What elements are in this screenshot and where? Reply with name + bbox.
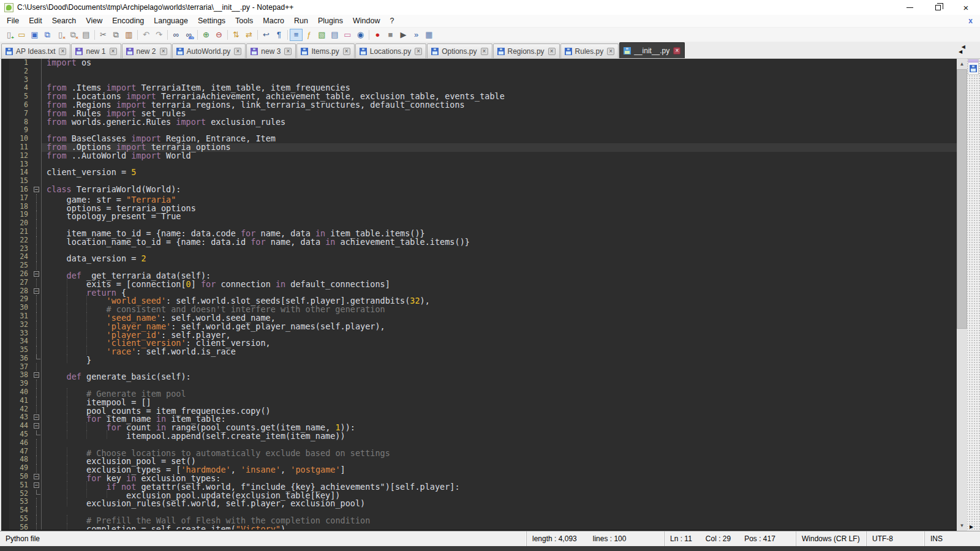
code-line-30[interactable]: 30# consistent and doesn't interfere wit… bbox=[1, 304, 957, 312]
code-line-49[interactable]: 49exclusion_types = ['hardmode', 'insane… bbox=[1, 464, 957, 473]
code-line-55[interactable]: 55# Prefill the Wall of Flesh with the c… bbox=[1, 515, 957, 523]
open-file-button[interactable]: ▭ bbox=[15, 29, 28, 41]
menu-help[interactable]: ? bbox=[385, 15, 399, 26]
show-indent-guide-button[interactable]: ≡ bbox=[290, 29, 303, 41]
code-line-40[interactable]: 40# Generate item pool bbox=[1, 388, 957, 397]
status-eol[interactable]: Windows (CR LF) bbox=[796, 531, 867, 546]
menu-search[interactable]: Search bbox=[47, 15, 81, 26]
menu-view[interactable]: View bbox=[81, 15, 107, 26]
macro-save-button[interactable]: ▦ bbox=[423, 29, 435, 41]
code-line-24[interactable]: 24data_version = 2 bbox=[1, 253, 957, 261]
tab-locations-py[interactable]: Locations.py× bbox=[355, 43, 426, 58]
zoom-out-button[interactable]: ⊖ bbox=[213, 29, 225, 41]
redo-button[interactable]: ↷ bbox=[153, 29, 165, 41]
tab-regions-py[interactable]: Regions.py× bbox=[493, 43, 560, 58]
close-tab-icon[interactable]: × bbox=[481, 48, 488, 55]
fold-toggle[interactable]: − bbox=[32, 270, 42, 279]
document-list-button[interactable]: ▤ bbox=[328, 29, 341, 41]
vertical-scrollbar[interactable]: ▲ ▼ bbox=[957, 59, 967, 531]
sync-scroll-horizontal-button[interactable]: ⇄ bbox=[243, 29, 255, 41]
fold-toggle[interactable]: − bbox=[32, 186, 42, 194]
code-line-22[interactable]: 22location_name_to_id = {name: data.id f… bbox=[1, 236, 957, 245]
new-file-button[interactable]: ▯+ bbox=[2, 29, 15, 41]
macro-stop-button[interactable]: ■ bbox=[384, 29, 397, 41]
dock-collapse-left-icon[interactable]: ◀ bbox=[959, 49, 962, 54]
menu-macro[interactable]: Macro bbox=[258, 15, 289, 26]
fold-toggle[interactable]: − bbox=[32, 413, 42, 422]
fold-toggle[interactable]: − bbox=[32, 473, 42, 481]
code-line-46[interactable]: 46 bbox=[1, 439, 957, 448]
menu-plugins[interactable]: Plugins bbox=[313, 15, 348, 26]
code-line-35[interactable]: 35'race': self.world.is_race bbox=[1, 346, 957, 354]
tab-init-py[interactable]: __init__.py× bbox=[619, 42, 685, 58]
code-line-33[interactable]: 33'player_id': self.player, bbox=[1, 329, 957, 338]
close-tab-icon[interactable]: × bbox=[343, 48, 350, 55]
close-tab-icon[interactable]: × bbox=[160, 48, 167, 55]
monitoring-button[interactable]: ◉ bbox=[354, 29, 367, 41]
code-line-45[interactable]: 45itempool.append(self.create_item(item_… bbox=[1, 430, 957, 439]
sync-scroll-vertical-button[interactable]: ⇅ bbox=[230, 29, 243, 41]
save-button[interactable]: ▣ bbox=[28, 29, 41, 41]
code-line-42[interactable]: 42pool_counts = item_frequencies.copy() bbox=[1, 405, 957, 414]
restore-button[interactable] bbox=[924, 0, 952, 15]
code-line-44[interactable]: 44−for count in range(pool_counts.get(it… bbox=[1, 422, 957, 430]
code-line-29[interactable]: 29'world_seed': self.world.slot_seeds[se… bbox=[1, 295, 957, 304]
menu-encoding[interactable]: Encoding bbox=[107, 15, 149, 26]
tab-rules-py[interactable]: Rules.py× bbox=[560, 43, 619, 58]
fold-toggle[interactable]: − bbox=[32, 371, 42, 380]
cut-button[interactable]: ✂ bbox=[97, 29, 110, 41]
macro-play-button[interactable]: ▶ bbox=[397, 29, 410, 41]
tab-ap-ideas-txt[interactable]: AP Ideas.txt× bbox=[1, 43, 70, 58]
fold-toggle[interactable]: − bbox=[32, 422, 42, 430]
scrollbar-thumb[interactable] bbox=[957, 69, 967, 329]
undo-button[interactable]: ↶ bbox=[140, 29, 153, 41]
tab-items-py[interactable]: Items.py× bbox=[296, 43, 354, 58]
scroll-down-icon[interactable]: ▼ bbox=[957, 520, 967, 531]
code-line-28[interactable]: 28−return { bbox=[1, 287, 957, 296]
code-line-52[interactable]: 52exclusion_pool.update(exclusion_table[… bbox=[1, 490, 957, 498]
code-line-50[interactable]: 50−for key in exclusion_types: bbox=[1, 473, 957, 481]
tab-new-1[interactable]: new 1× bbox=[71, 43, 121, 58]
close-tab-icon[interactable]: × bbox=[234, 48, 241, 55]
code-line-1[interactable]: 1import os bbox=[1, 59, 957, 67]
code-line-36[interactable]: 36} bbox=[1, 354, 957, 363]
menu-language[interactable]: Language bbox=[149, 15, 193, 26]
fold-toggle[interactable]: − bbox=[32, 287, 42, 296]
close-tab-icon[interactable]: × bbox=[673, 47, 680, 54]
word-wrap-button[interactable]: ↩ bbox=[260, 29, 273, 41]
code-line-25[interactable]: 25 bbox=[1, 261, 957, 270]
function-list-button[interactable]: ƒ bbox=[303, 29, 315, 41]
copy-button[interactable]: ⧉ bbox=[110, 29, 123, 41]
close-tab-icon[interactable]: × bbox=[110, 48, 117, 55]
code-line-20[interactable]: 20 bbox=[1, 219, 957, 228]
menu-settings[interactable]: Settings bbox=[193, 15, 230, 26]
code-line-56[interactable]: 56completion = self.create_item("Victory… bbox=[1, 523, 957, 531]
code-line-16[interactable]: 16−class TerrariaWorld(World): bbox=[1, 186, 957, 194]
close-tab-icon[interactable]: × bbox=[59, 48, 66, 55]
menu-window[interactable]: Window bbox=[348, 15, 385, 26]
minimize-button[interactable] bbox=[895, 0, 924, 15]
dock-panel-tab[interactable] bbox=[968, 59, 979, 75]
code-line-38[interactable]: 38−def generate_basic(self): bbox=[1, 371, 957, 380]
tab-new-3[interactable]: new 3× bbox=[246, 43, 296, 58]
code-line-23[interactable]: 23 bbox=[1, 245, 957, 253]
code-editor[interactable]: 1import os234from .Items import Terraria… bbox=[1, 59, 957, 531]
close-document-icon[interactable]: x bbox=[968, 17, 973, 25]
menu-tools[interactable]: Tools bbox=[230, 15, 258, 26]
find-button[interactable]: ∞ bbox=[170, 29, 183, 41]
code-line-2[interactable]: 2 bbox=[1, 67, 957, 76]
zoom-in-button[interactable]: ⊕ bbox=[200, 29, 213, 41]
save-all-button[interactable]: ⧉ bbox=[41, 29, 54, 41]
code-line-21[interactable]: 21item_name_to_id = {name: data.code for… bbox=[1, 228, 957, 236]
close-document-button[interactable]: ▯× bbox=[54, 29, 67, 41]
code-line-12[interactable]: 12from ..AutoWorld import World bbox=[1, 152, 957, 160]
code-line-41[interactable]: 41itempool = [] bbox=[1, 397, 957, 405]
code-line-18[interactable]: 18options = terraria_options bbox=[1, 203, 957, 211]
scroll-up-icon[interactable]: ▲ bbox=[957, 59, 967, 69]
menu-run[interactable]: Run bbox=[289, 15, 313, 26]
tab-options-py[interactable]: Options.py× bbox=[427, 43, 492, 58]
close-tab-icon[interactable]: × bbox=[415, 48, 422, 55]
code-line-37[interactable]: 37 bbox=[1, 363, 957, 372]
document-map-button[interactable]: ▧ bbox=[315, 29, 328, 41]
code-line-34[interactable]: 34'client_version': client_version, bbox=[1, 337, 957, 346]
